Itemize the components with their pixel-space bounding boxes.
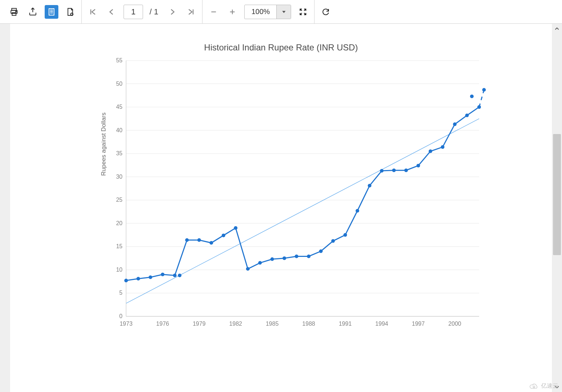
svg-text:35: 35 [116,150,122,156]
svg-text:1994: 1994 [375,321,388,327]
svg-point-61 [185,238,189,242]
zoom-out-button[interactable] [207,5,220,19]
zoom-dropdown-button[interactable] [276,5,291,19]
caret-down-icon [281,9,287,15]
svg-point-83 [453,122,456,126]
page-setup-button[interactable] [63,5,77,19]
vertical-scrollbar[interactable] [552,24,562,392]
chevron-right-icon [168,8,177,16]
svg-text:50: 50 [116,81,122,87]
report-page: Historical Indian Rupee Rate (INR USD) R… [61,28,501,360]
svg-text:40: 40 [116,127,122,133]
svg-point-84 [465,113,469,117]
svg-point-56 [124,279,128,282]
refresh-button[interactable] [319,5,333,19]
zoom-select[interactable]: 100% [244,5,291,19]
toolbar: / 1 100% [0,0,562,24]
svg-point-62 [197,238,201,242]
svg-point-67 [258,261,262,265]
svg-text:1988: 1988 [302,321,315,327]
svg-point-66 [246,267,250,271]
svg-point-76 [368,184,371,187]
svg-text:30: 30 [116,174,122,180]
fullscreen-icon [299,8,307,16]
svg-point-59 [161,273,164,276]
first-page-button[interactable] [86,5,100,19]
svg-point-81 [429,150,432,153]
svg-text:1979: 1979 [193,321,206,327]
fullscreen-button[interactable] [296,5,310,19]
left-gutter [0,24,10,392]
svg-point-71 [307,254,311,258]
last-page-icon [187,8,195,16]
svg-point-73 [331,239,335,243]
svg-point-77 [380,169,384,173]
svg-text:1997: 1997 [412,321,425,327]
svg-text:1976: 1976 [156,321,169,327]
svg-point-65 [234,226,237,230]
line-chart: 0510152025303540455055197319761979198219… [97,57,486,338]
plus-icon [228,8,236,16]
chart-title: Historical Indian Rupee Rate (INR USD) [61,43,501,53]
svg-point-64 [222,233,225,237]
svg-point-82 [441,145,445,149]
svg-text:1973: 1973 [120,321,133,327]
page-setup-icon [66,7,75,17]
svg-point-79 [404,169,408,172]
zoom-in-button[interactable] [226,5,239,19]
svg-point-70 [295,254,298,258]
chevron-left-icon [107,8,116,16]
svg-text:1991: 1991 [339,321,352,327]
svg-point-63 [210,241,213,245]
svg-text:20: 20 [116,220,122,226]
last-page-button[interactable] [184,5,198,19]
svg-point-87 [470,94,474,98]
page-layout-icon [47,8,56,16]
svg-point-69 [282,257,286,260]
print-icon [9,7,19,17]
svg-point-60 [173,273,177,277]
svg-point-89 [533,386,535,388]
svg-point-78 [392,169,396,172]
viewer: Historical Indian Rupee Rate (INR USD) R… [0,24,562,392]
page-layout-button[interactable] [45,5,58,19]
page-number-input[interactable] [124,5,143,19]
watermark: 亿速云 [530,382,558,390]
export-icon [28,7,37,17]
svg-point-3 [15,11,16,12]
svg-text:5: 5 [119,290,122,296]
next-page-button[interactable] [165,5,179,19]
svg-text:0: 0 [119,313,122,319]
print-button[interactable] [7,5,21,19]
svg-text:10: 10 [116,267,122,273]
svg-text:45: 45 [116,104,122,110]
svg-rect-2 [12,13,16,15]
minus-icon [210,8,218,16]
page-total-label: / 1 [148,7,160,17]
svg-point-80 [416,164,420,168]
scroll-up-button[interactable] [552,24,562,34]
svg-marker-14 [282,11,285,13]
chevron-up-icon [554,26,560,32]
cloud-icon [530,383,539,389]
svg-point-58 [149,276,152,279]
prev-page-button[interactable] [105,5,119,19]
first-page-icon [89,8,97,16]
svg-point-74 [343,233,347,237]
svg-point-86 [178,273,182,277]
svg-text:1982: 1982 [229,321,242,327]
svg-point-57 [137,277,140,280]
svg-text:1985: 1985 [266,321,279,327]
svg-point-68 [271,257,274,261]
watermark-text: 亿速云 [541,382,558,390]
svg-point-75 [356,209,359,213]
svg-text:2000: 2000 [449,321,461,327]
svg-point-72 [319,249,323,253]
export-button[interactable] [26,5,40,19]
svg-text:55: 55 [116,57,122,63]
svg-text:15: 15 [116,243,122,249]
scroll-thumb[interactable] [553,134,561,255]
refresh-icon [321,8,330,16]
svg-text:25: 25 [116,197,122,203]
zoom-value: 100% [245,5,276,19]
